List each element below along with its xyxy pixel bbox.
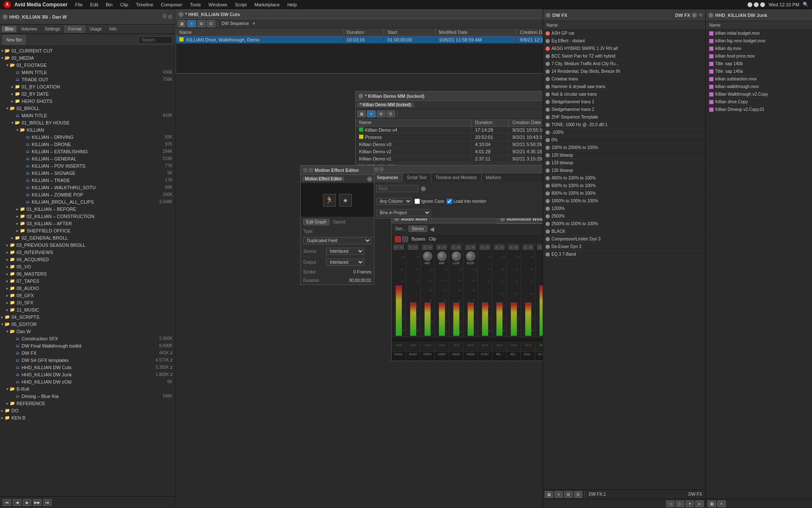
- tree-item[interactable]: ▸📁01_BY LOCATION: [0, 83, 175, 90]
- list-item[interactable]: killian food price.mov: [706, 52, 812, 60]
- fx-list-item[interactable]: ASH GP car: [543, 30, 705, 37]
- mixer-h-btn[interactable]: H: [413, 245, 418, 250]
- mixer-h-btn[interactable]: H: [528, 245, 533, 250]
- tree-toggle[interactable]: ▸: [5, 308, 9, 312]
- tree-toggle[interactable]: ▾: [0, 56, 4, 60]
- tree-toggle[interactable]: ▾: [5, 106, 9, 110]
- tab-format[interactable]: Format: [64, 25, 85, 33]
- tree-toggle[interactable]: ▾: [5, 63, 9, 67]
- new-bin-button[interactable]: New Bin: [3, 35, 26, 44]
- menu-composer[interactable]: Composer: [157, 1, 186, 8]
- tree-toggle[interactable]: ▸: [5, 286, 9, 290]
- fx-list-item[interactable]: AESG HYBRID SWIPE 1 JV RH.aif: [543, 45, 705, 52]
- tree-item[interactable]: 🗂DW Final Walkthrough toolkit9,690K: [0, 342, 175, 349]
- mixer-h-btn[interactable]: H: [428, 245, 433, 250]
- fx-list-item[interactable]: Sledgehammer trans 1: [543, 98, 705, 106]
- dwfx-tb4[interactable]: ⊟: [574, 491, 582, 498]
- tab-settings[interactable]: Settings: [41, 26, 63, 32]
- tree-toggle[interactable]: ▸: [5, 401, 9, 406]
- fx-list-item[interactable]: De-Esser Dyn 3: [543, 243, 705, 251]
- kd-tb2[interactable]: ≡: [367, 110, 376, 117]
- menu-timeline[interactable]: Timeline: [132, 1, 156, 8]
- fx-list-item[interactable]: Hammer & drywall saw trans: [543, 83, 705, 91]
- tree-toggle[interactable]: ▾: [0, 322, 4, 326]
- main-bin-close[interactable]: ×: [178, 12, 184, 17]
- tree-toggle[interactable]: ▸: [15, 207, 19, 211]
- mixer-s-btn[interactable]: S: [523, 245, 528, 250]
- tree-item[interactable]: ▾📂02_MEDIA: [0, 54, 175, 61]
- left-panel-gear[interactable]: ⚙: [168, 14, 173, 20]
- tree-item[interactable]: ▸📁02_BY DATE: [0, 90, 175, 97]
- tree-toggle[interactable]: ▸: [10, 99, 14, 103]
- fx-list-item[interactable]: 120 blowup: [543, 152, 705, 159]
- mixer-knob[interactable]: [466, 251, 475, 261]
- list-item[interactable]: Killian Driveup v2.Copy.01: [706, 106, 812, 113]
- tree-toggle[interactable]: ▸: [5, 243, 9, 247]
- tree-item[interactable]: 🗂KILLIAN – DRIVING93K: [0, 133, 175, 141]
- tree-item[interactable]: ▾📂05_EDITOR: [0, 320, 175, 328]
- mixer-s-btn[interactable]: S: [480, 245, 485, 250]
- seq-dropdown[interactable]: ▼: [252, 21, 256, 26]
- tree-toggle[interactable]: ▸: [5, 250, 9, 254]
- mixer-s-btn[interactable]: S: [494, 245, 499, 250]
- seq-ignore-case-label[interactable]: Ignore Case: [414, 199, 444, 204]
- tree-item[interactable]: ▾📂02_BROLL: [0, 105, 175, 112]
- dwfx-tb1[interactable]: ▦: [545, 491, 553, 498]
- list-item[interactable]: killian big reno budget.mov: [706, 37, 812, 45]
- fx-list-item[interactable]: 135 blowup: [543, 167, 705, 174]
- kjunk-close[interactable]: ×: [708, 13, 713, 18]
- me-source-select[interactable]: Interlaced: [326, 248, 364, 255]
- tree-item[interactable]: ▸📁05_VO: [0, 263, 175, 270]
- tree-toggle[interactable]: ▸: [5, 301, 9, 305]
- fx-list-item[interactable]: 1200%: [543, 205, 705, 213]
- tree-item[interactable]: 🗂HHD_KILLIAN DW zOld6K: [0, 378, 175, 385]
- transport-next[interactable]: ⏭: [43, 499, 52, 506]
- kjunk-tb1[interactable]: ▦: [708, 500, 716, 507]
- list-item[interactable]: Title: sap 140a: [706, 68, 812, 75]
- table-row[interactable]: KILLIAN Drive, Walkthrough, Demo 10:03;1…: [176, 36, 543, 44]
- tree-item[interactable]: ▸📁10_SFX: [0, 299, 175, 306]
- mixer-h-btn[interactable]: H: [399, 245, 404, 250]
- tree-toggle[interactable]: ▸: [10, 85, 14, 89]
- tree-toggle[interactable]: ▸: [5, 257, 9, 262]
- menu-help[interactable]: Help: [284, 1, 300, 8]
- me-edit-graph-btn[interactable]: Edit Graph: [303, 219, 329, 225]
- fx-list-item[interactable]: 1000% to 100% to 100%: [543, 197, 705, 205]
- fx-list-item[interactable]: 133 blowup: [543, 159, 705, 167]
- tree-item[interactable]: 🗂KILLIAN – TRADE17K: [0, 177, 175, 184]
- seq-column-select[interactable]: Any Column: [376, 198, 412, 205]
- kd-tb1[interactable]: ▦: [357, 110, 366, 117]
- tree-item[interactable]: ▸📁01_KILLIAN – BEFORE: [0, 205, 175, 213]
- tree-item[interactable]: ▸📁HERO SHOTS: [0, 97, 175, 105]
- bin-search-input[interactable]: [139, 36, 173, 44]
- fx-list-item[interactable]: Crowbar trans: [543, 75, 705, 83]
- kd-tb4[interactable]: ⊟: [387, 110, 395, 117]
- fx-list-item[interactable]: ZHF Sequence Template: [543, 113, 705, 121]
- tree-item[interactable]: ▸📁07_TAPES: [0, 277, 175, 284]
- mixer-knob[interactable]: [452, 251, 461, 261]
- me-ctrl1[interactable]: [303, 168, 307, 172]
- menu-clip[interactable]: Clip: [117, 1, 132, 8]
- seq-load-monitor-cb[interactable]: [447, 199, 452, 204]
- tree-item[interactable]: ▸📁DO: [0, 407, 175, 414]
- tree-item[interactable]: ▸📁REFERENCE: [0, 400, 175, 407]
- left-panel-minimize[interactable]: [162, 14, 167, 18]
- dwfx-tb2[interactable]: ≡: [554, 491, 563, 498]
- me-ctrl2[interactable]: [309, 168, 313, 172]
- seq-ignore-case-cb[interactable]: [414, 199, 420, 204]
- dwfx-gear[interactable]: ⚙: [699, 12, 703, 18]
- tree-item[interactable]: 🗂KILLIAN – GENERAL219K: [0, 155, 175, 162]
- tree-item[interactable]: 🗂DW FX441KZ: [0, 349, 175, 356]
- mixer-s-btn[interactable]: S: [508, 245, 513, 250]
- me-output-select[interactable]: Interlaced: [326, 259, 364, 266]
- tree-item[interactable]: 🗂KILLIAN – ZOMBIE POP160K: [0, 191, 175, 198]
- seq-tab-sequences[interactable]: Sequences: [373, 173, 403, 182]
- dwfx-close2[interactable]: ×: [692, 13, 697, 18]
- menu-bin[interactable]: Bin: [102, 1, 116, 8]
- tree-item[interactable]: ▸📁09_GFX: [0, 292, 175, 299]
- tree-toggle[interactable]: ▸: [5, 279, 9, 283]
- transport-play[interactable]: ▶: [23, 499, 31, 506]
- menu-tools[interactable]: Tools: [187, 1, 204, 8]
- list-item[interactable]: killian walkthrough.mov: [706, 83, 812, 91]
- fx-list-item[interactable]: BLACK: [543, 228, 705, 235]
